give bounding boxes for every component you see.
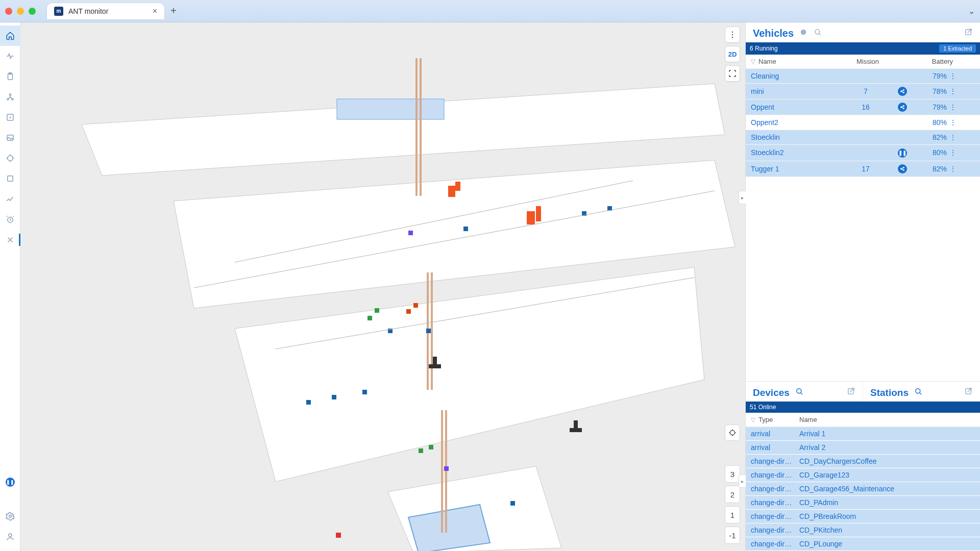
row-more-button[interactable]: ⋮ <box>949 118 957 127</box>
floor-button-minus1[interactable]: -1 <box>725 527 740 544</box>
popout-icon <box>964 387 973 396</box>
vehicles-status-icon[interactable] <box>799 28 808 39</box>
floor-button-3[interactable]: 3 <box>725 465 740 483</box>
view-mode-button[interactable]: 2D <box>725 46 740 62</box>
maximize-window-icon[interactable] <box>29 8 36 15</box>
sidebar-nodes[interactable] <box>0 87 20 107</box>
home-icon <box>6 31 15 40</box>
svg-point-66 <box>903 169 904 170</box>
sidebar-user[interactable] <box>0 527 20 547</box>
sidebar-layout[interactable] <box>0 107 20 128</box>
sidebar-locate[interactable] <box>0 148 20 168</box>
svg-rect-42 <box>336 533 341 538</box>
svg-rect-38 <box>419 448 423 453</box>
kebab-icon <box>728 30 737 39</box>
vehicle-mission: 16 <box>862 103 870 111</box>
row-more-button[interactable]: ⋮ <box>949 87 957 95</box>
filter-icon[interactable]: ▽ <box>751 58 755 65</box>
vehicle-row[interactable]: Stoecklin2❚❚80%⋮ <box>746 145 980 161</box>
device-row[interactable]: change-dir…CD_PAdmin <box>746 496 980 510</box>
stations-popout-button[interactable] <box>964 387 973 398</box>
panel-fold-vehicles[interactable]: ▸ <box>739 191 746 204</box>
device-name: CD_PAdmin <box>799 498 838 507</box>
vehicle-row[interactable]: Tugger 11782%⋮ <box>746 161 980 177</box>
vehicles-popout-button[interactable] <box>964 28 973 39</box>
floor-button-2[interactable]: 2 <box>725 486 740 503</box>
share-icon <box>898 103 907 112</box>
row-more-button[interactable]: ⋮ <box>949 72 957 80</box>
device-row[interactable]: change-dir…CD_PKitchen <box>746 523 980 537</box>
svg-rect-26 <box>375 308 379 313</box>
vehicle-row[interactable]: mini778%⋮ <box>746 84 980 99</box>
svg-point-67 <box>797 389 801 393</box>
sidebar-square[interactable] <box>0 168 20 189</box>
new-tab-button[interactable]: + <box>170 5 177 17</box>
browser-chrome: m ANT monitor × + ⌄ <box>0 0 980 22</box>
vehicles-search-button[interactable] <box>813 28 822 39</box>
row-more-button[interactable]: ⋮ <box>949 165 957 173</box>
stations-search-button[interactable] <box>914 387 923 398</box>
square-icon <box>6 174 15 183</box>
floor-label: -1 <box>729 531 736 540</box>
device-type: change-dir… <box>751 540 792 548</box>
devices-title: Devices <box>753 387 790 398</box>
sidebar-clipboard[interactable] <box>0 66 20 87</box>
filter-icon[interactable]: ▽ <box>751 416 755 423</box>
device-row[interactable]: arrivalArrival 2 <box>746 441 980 455</box>
device-row[interactable]: arrivalArrival 1 <box>746 427 980 441</box>
device-row[interactable]: change-dir…CD_PBreakRoom <box>746 510 980 523</box>
sidebar-tools[interactable] <box>0 230 20 250</box>
vehicle-mission: 7 <box>864 87 868 95</box>
vehicles-table-head: ▽Name Mission Battery <box>746 55 980 69</box>
clipboard-icon <box>6 72 15 81</box>
pause-badge-icon[interactable]: ❚❚ <box>6 478 15 487</box>
sidebar-settings[interactable] <box>0 506 20 527</box>
vehicle-row[interactable]: Oppent1679%⋮ <box>746 99 980 115</box>
browser-tab[interactable]: m ANT monitor × <box>47 3 164 19</box>
sidebar-alarm[interactable] <box>0 209 20 230</box>
chevron-down-icon[interactable]: ⌄ <box>968 7 975 15</box>
sidebar-chart[interactable] <box>0 189 20 209</box>
recenter-button[interactable] <box>725 424 740 441</box>
expand-icon <box>728 69 737 78</box>
sidebar-health[interactable] <box>0 46 20 66</box>
devices-search-button[interactable] <box>795 387 804 398</box>
close-window-icon[interactable] <box>5 8 12 15</box>
device-row[interactable]: change-dir…CD_Garage123 <box>746 468 980 482</box>
col-name-label[interactable]: Name <box>758 58 776 65</box>
device-name: Arrival 1 <box>799 430 825 438</box>
devices-status-bar: 51 Online <box>746 402 980 413</box>
locate-icon <box>6 154 15 163</box>
map-canvas[interactable]: 2D 3 2 1 -1 <box>20 22 745 551</box>
device-row[interactable]: change-dir…CD_Garage456_Maintenance <box>746 482 980 496</box>
svg-point-59 <box>903 90 904 91</box>
sidebar-home[interactable] <box>0 26 20 46</box>
devices-popout-button[interactable] <box>846 387 855 398</box>
close-tab-icon[interactable]: × <box>153 7 157 16</box>
device-type: change-dir… <box>751 526 792 534</box>
col-devname-label[interactable]: Name <box>799 416 817 423</box>
col-mission-label[interactable]: Mission <box>856 58 879 65</box>
col-type-label[interactable]: Type <box>758 416 773 423</box>
view-mode-label: 2D <box>728 51 737 58</box>
vehicle-row[interactable]: Stoecklin82%⋮ <box>746 130 980 145</box>
chart-icon <box>6 194 15 204</box>
floor-button-1[interactable]: 1 <box>725 506 740 523</box>
device-row[interactable]: change-dir…CD_PLounge <box>746 537 980 551</box>
panel-fold-devices[interactable]: ▸ <box>739 474 746 488</box>
vehicle-name: Tugger 1 <box>751 165 779 173</box>
svg-point-62 <box>903 106 904 107</box>
row-more-button[interactable]: ⋮ <box>949 103 957 111</box>
col-battery-label[interactable]: Battery <box>932 58 953 65</box>
row-more-button[interactable]: ⋮ <box>949 133 957 141</box>
expand-button[interactable] <box>725 65 740 82</box>
vehicle-row[interactable]: Cleaning79%⋮ <box>746 69 980 84</box>
minimize-window-icon[interactable] <box>17 8 24 15</box>
sidebar-image[interactable] <box>0 128 20 148</box>
vehicle-row[interactable]: Oppent280%⋮ <box>746 115 980 130</box>
device-row[interactable]: change-dir…CD_DayChargersCoffee <box>746 455 980 468</box>
svg-rect-32 <box>463 227 468 231</box>
map-menu-button[interactable] <box>725 27 740 43</box>
row-more-button[interactable]: ⋮ <box>949 148 957 157</box>
svg-rect-39 <box>429 445 433 449</box>
